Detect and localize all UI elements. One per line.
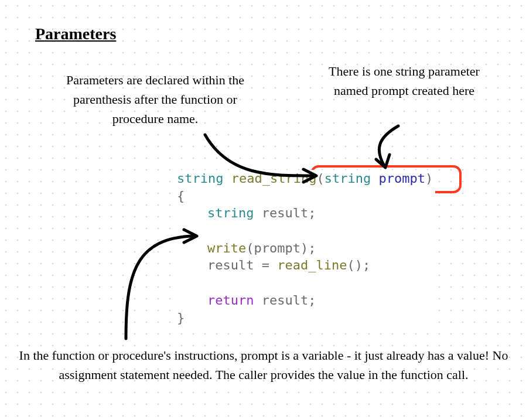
code-readline-tail: ();: [347, 258, 370, 272]
code-param-type: string: [325, 171, 371, 186]
code-line-brace-close: }: [177, 309, 433, 327]
annotation-declared-in-parenthesis: Parameters are declared within the paren…: [47, 70, 264, 128]
annotation-one-string-parameter: There is one string parameter named prom…: [310, 62, 498, 100]
code-block: string read_string(string prompt) { stri…: [175, 170, 435, 329]
code-line-signature: string read_string(string prompt): [177, 170, 433, 187]
code-write-fn: write: [207, 241, 246, 255]
arrow-to-prompt-head: [376, 155, 390, 168]
code-readline-fn: read_line: [277, 258, 347, 272]
code-line-brace-open: {: [177, 187, 433, 205]
code-param-name: prompt: [378, 171, 425, 186]
code-line-blank-1: [177, 222, 433, 240]
code-line-return: return result;: [177, 292, 433, 309]
code-line-assign: result = read_line();: [177, 257, 433, 274]
code-open-paren: (: [316, 171, 324, 186]
annotation-prompt-is-variable: In the function or procedure's instructi…: [9, 346, 518, 384]
code-line-write: write(prompt);: [177, 240, 433, 257]
code-return-type: string: [177, 171, 223, 186]
code-line-declare-result: string result;: [177, 204, 433, 222]
code-assign-lhs: result =: [207, 258, 277, 272]
code-return-kw: return: [207, 293, 254, 308]
code-decl-rest: result;: [254, 206, 316, 220]
code-close-paren: ): [425, 171, 433, 186]
arrow-to-prompt: [379, 126, 398, 166]
code-line-blank-2: [177, 274, 433, 292]
code-decl-type: string: [207, 206, 254, 220]
code-function-name: read_string: [231, 171, 317, 186]
heading-parameters: Parameters: [35, 25, 116, 43]
code-return-val: result;: [254, 293, 316, 308]
code-write-arg: (prompt);: [246, 241, 316, 255]
